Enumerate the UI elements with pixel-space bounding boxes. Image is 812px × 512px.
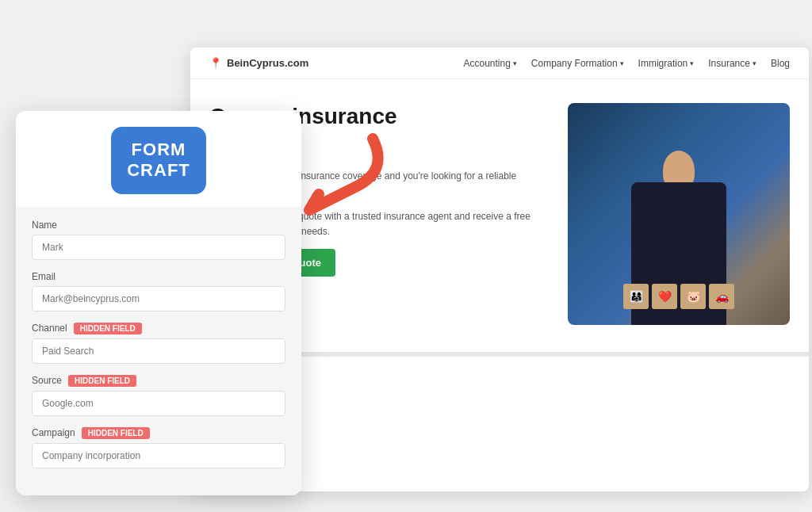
campaign-label-row: Campaign HIDDEN FIELD	[32, 427, 285, 439]
campaign-hidden-badge: HIDDEN FIELD	[82, 427, 150, 439]
form-field-source: Source HIDDEN FIELD	[32, 375, 285, 416]
source-label: Source	[32, 375, 62, 386]
formcraft-logo: FORM CRAFT	[111, 127, 206, 194]
logo-text: BeinCyprus.com	[227, 57, 308, 69]
nav-blog[interactable]: Blog	[771, 58, 790, 69]
name-input[interactable]	[32, 235, 285, 260]
chevron-down-icon: ▾	[690, 59, 694, 67]
chevron-down-icon: ▾	[513, 59, 517, 67]
channel-label-row: Channel HIDDEN FIELD	[32, 323, 285, 334]
logo-pin-icon: 📍	[209, 57, 222, 69]
cube-heart: ❤️	[652, 284, 677, 309]
form-body: Name Email Channel HIDDEN FIELD Source H…	[16, 207, 301, 495]
name-label: Name	[32, 220, 57, 231]
email-label: Email	[32, 271, 56, 282]
nav-links: Accounting ▾ Company Formation ▾ Immigra…	[463, 58, 790, 69]
campaign-input[interactable]	[32, 443, 285, 468]
nav-immigration[interactable]: Immigration ▾	[638, 58, 695, 69]
source-input[interactable]	[32, 391, 285, 416]
campaign-label: Campaign	[32, 427, 75, 438]
nav-company-formation[interactable]: Company Formation ▾	[531, 58, 624, 69]
form-field-channel: Channel HIDDEN FIELD	[32, 323, 285, 364]
photo-cubes: 👨‍👩‍👧 ❤️ 🐷 🚗	[623, 284, 734, 309]
name-label-row: Name	[32, 220, 285, 231]
form-field-name: Name	[32, 220, 285, 260]
channel-input[interactable]	[32, 338, 285, 364]
hero-photo: 👨‍👩‍👧 ❤️ 🐷 🚗	[568, 103, 790, 325]
chevron-down-icon: ▾	[620, 59, 624, 67]
nav-insurance[interactable]: Insurance ▾	[708, 58, 756, 69]
cube-piggy: 🐷	[680, 284, 706, 309]
cube-car: 🚗	[709, 284, 734, 309]
cube-family: 👨‍👩‍👧	[623, 284, 649, 309]
channel-label: Channel	[32, 323, 67, 334]
form-header: FORM CRAFT	[16, 111, 301, 207]
website-nav: 📍 BeinCyprus.com Accounting ▾ Company Fo…	[190, 48, 809, 79]
nav-accounting[interactable]: Accounting ▾	[463, 58, 516, 69]
chevron-down-icon: ▾	[753, 59, 756, 67]
email-label-row: Email	[32, 271, 285, 282]
form-card: FORM CRAFT Name Email Channel HIDDEN FIE…	[16, 111, 301, 495]
source-label-row: Source HIDDEN FIELD	[32, 375, 285, 387]
channel-hidden-badge: HIDDEN FIELD	[74, 323, 142, 334]
email-input[interactable]	[32, 286, 285, 311]
site-logo: 📍 BeinCyprus.com	[209, 57, 308, 69]
form-field-email: Email	[32, 271, 285, 311]
source-hidden-badge: HIDDEN FIELD	[68, 375, 136, 387]
form-field-campaign: Campaign HIDDEN FIELD	[32, 427, 285, 468]
